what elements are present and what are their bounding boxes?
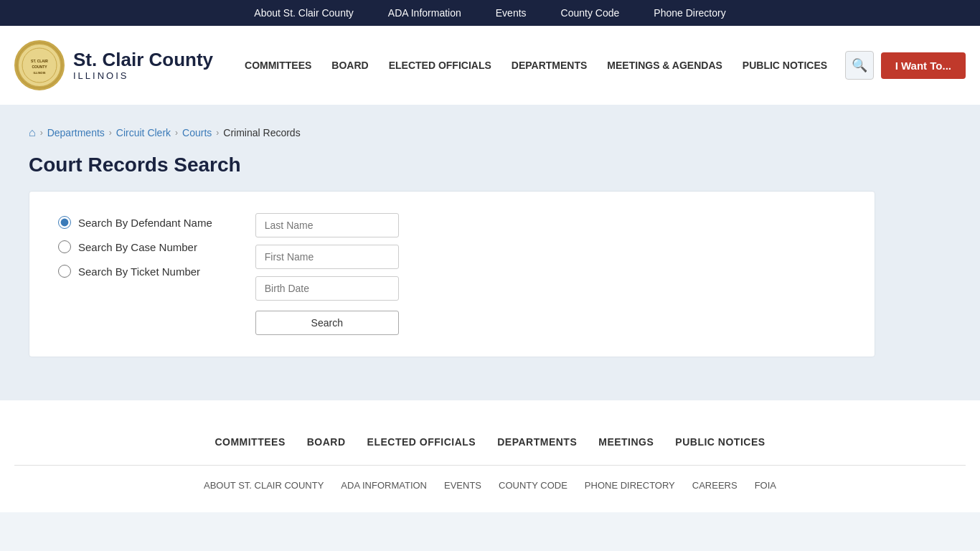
search-icon-button[interactable]: 🔍 (845, 51, 874, 80)
radio-by-case[interactable] (58, 240, 71, 253)
home-icon[interactable]: ⌂ (29, 126, 36, 139)
search-form: Search By Defendant NameSearch By Case N… (58, 213, 846, 335)
main-nav: COMMITTEESBOARDELECTED OFFICIALSDEPARTME… (235, 54, 845, 77)
footer-bottom-link-ada[interactable]: ADA INFORMATION (341, 480, 427, 491)
search-card: Search By Defendant NameSearch By Case N… (29, 191, 875, 357)
logo-text: St. Clair County ILLINOIS (73, 50, 213, 81)
nav-item-board[interactable]: BOARD (321, 54, 378, 77)
page-title: Court Records Search (29, 154, 951, 176)
radio-group: Search By Defendant NameSearch By Case N… (58, 213, 212, 278)
svg-text:ILLINOIS: ILLINOIS (34, 71, 46, 75)
search-submit-button[interactable]: Search (255, 311, 399, 335)
input-birth-date[interactable] (255, 276, 399, 301)
i-want-to-button[interactable]: I Want To... (881, 52, 966, 79)
breadcrumb-courts[interactable]: Courts (182, 127, 212, 138)
footer-top-link-meetings[interactable]: MEETINGS (598, 436, 654, 448)
logo[interactable]: ST. CLAIR COUNTY ILLINOIS St. Clair Coun… (14, 40, 213, 90)
topbar-link-events[interactable]: Events (496, 7, 527, 19)
logo-county-name: St. Clair County (73, 50, 213, 70)
radio-label-text-by-ticket: Search By Ticket Number (78, 265, 200, 278)
nav-item-public-notices[interactable]: PUBLIC NOTICES (732, 54, 837, 77)
footer-bottom-link-county-code[interactable]: COUNTY CODE (499, 480, 567, 491)
topbar-link-about[interactable]: About St. Clair County (254, 7, 354, 19)
logo-state: ILLINOIS (73, 70, 213, 81)
top-bar: About St. Clair CountyADA InformationEve… (0, 0, 980, 26)
footer-top-link-departments[interactable]: DEPARTMENTS (497, 436, 577, 448)
radio-label-by-ticket[interactable]: Search By Ticket Number (58, 265, 212, 278)
topbar-link-ada[interactable]: ADA Information (388, 7, 461, 19)
footer-top-link-board[interactable]: BOARD (307, 436, 346, 448)
nav-item-meetings-agendas[interactable]: MEETINGS & AGENDAS (597, 54, 732, 77)
svg-text:COUNTY: COUNTY (32, 65, 47, 69)
footer-nav-bottom: ABOUT ST. CLAIR COUNTYADA INFORMATIONEVE… (14, 466, 966, 498)
nav-item-departments[interactable]: DEPARTMENTS (501, 54, 598, 77)
footer-nav-top: COMMITTEESBOARDELECTED OFFICIALSDEPARTME… (14, 422, 966, 466)
nav-item-committees[interactable]: COMMITTEES (235, 54, 321, 77)
radio-label-text-by-case: Search By Case Number (78, 241, 197, 253)
content-area: ⌂ › Departments › Circuit Clerk › Courts… (0, 105, 980, 400)
logo-seal: ST. CLAIR COUNTY ILLINOIS (14, 40, 65, 90)
radio-label-by-name[interactable]: Search By Defendant Name (58, 216, 212, 229)
footer-bottom-link-phone-directory[interactable]: PHONE DIRECTORY (585, 480, 675, 491)
footer-top-link-public-notices[interactable]: PUBLIC NOTICES (675, 436, 765, 448)
header: ST. CLAIR COUNTY ILLINOIS St. Clair Coun… (0, 26, 980, 105)
topbar-link-phone-directory[interactable]: Phone Directory (654, 7, 725, 19)
breadcrumb-current: Criminal Records (223, 127, 300, 138)
topbar-link-county-code[interactable]: County Code (561, 7, 620, 19)
fields-group: Search (255, 213, 399, 335)
footer-top-link-elected-officials[interactable]: ELECTED OFFICIALS (367, 436, 476, 448)
footer: COMMITTEESBOARDELECTED OFFICIALSDEPARTME… (0, 400, 980, 512)
footer-top-link-committees[interactable]: COMMITTEES (215, 436, 285, 448)
radio-by-ticket[interactable] (58, 265, 71, 278)
input-first-name[interactable] (255, 245, 399, 269)
footer-bottom-link-careers[interactable]: CAREERS (692, 480, 738, 491)
footer-bottom-link-foia[interactable]: FOIA (755, 480, 776, 491)
input-last-name[interactable] (255, 213, 399, 237)
footer-bottom-link-events[interactable]: EVENTS (444, 480, 481, 491)
footer-bottom-link-about[interactable]: ABOUT ST. CLAIR COUNTY (204, 480, 324, 491)
radio-by-name[interactable] (58, 216, 71, 229)
nav-actions: 🔍 I Want To... (845, 51, 966, 80)
breadcrumb-circuit-clerk[interactable]: Circuit Clerk (116, 127, 171, 138)
breadcrumb-departments[interactable]: Departments (47, 127, 105, 138)
radio-label-by-case[interactable]: Search By Case Number (58, 240, 212, 253)
svg-text:ST. CLAIR: ST. CLAIR (31, 59, 48, 63)
radio-label-text-by-name: Search By Defendant Name (78, 217, 212, 229)
nav-item-elected-officials[interactable]: ELECTED OFFICIALS (379, 54, 501, 77)
breadcrumb: ⌂ › Departments › Circuit Clerk › Courts… (29, 119, 951, 139)
